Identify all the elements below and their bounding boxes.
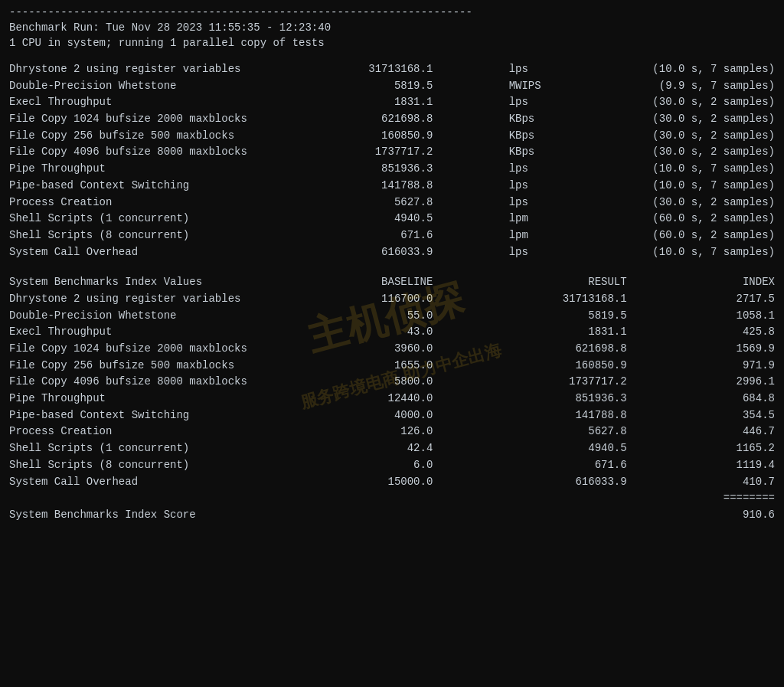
benchmark-row: Process Creation 5627.8 lps (30.0 s, 2 s…: [9, 195, 775, 211]
idx-row-name: Process Creation: [9, 424, 270, 440]
bench-unit: lps: [505, 94, 550, 111]
equals-spacer: [9, 490, 270, 507]
idx-row-baseline: 4000.0: [356, 407, 433, 424]
idx-row-index: 425.8: [714, 324, 775, 341]
bench-unit: lps: [505, 178, 550, 195]
bench-extra: (30.0 s, 2 samples): [622, 195, 775, 211]
index-row: Process Creation 126.0 5627.8 446.7: [9, 424, 775, 440]
benchmark-row: Dhrystone 2 using register variables 317…: [9, 61, 775, 78]
idx-row-index: 1569.9: [714, 341, 775, 358]
idx-row-baseline: 55.0: [356, 308, 433, 325]
score-label: System Benchmarks Index Score: [9, 507, 270, 524]
score-spacer2: [520, 507, 627, 524]
index-row: Dhrystone 2 using register variables 116…: [9, 291, 775, 308]
idx-row-index: 446.7: [714, 424, 775, 440]
bench-name: System Call Overhead: [9, 244, 270, 261]
idx-row-name: Dhrystone 2 using register variables: [9, 291, 270, 308]
bench-name: Shell Scripts (1 concurrent): [9, 211, 270, 227]
bench-extra: (10.0 s, 7 samples): [622, 61, 775, 78]
bench-extra: (60.0 s, 2 samples): [622, 211, 775, 227]
bench-value: 141788.8: [341, 178, 433, 195]
score-row: System Benchmarks Index Score 910.6: [9, 507, 775, 524]
index-row: Shell Scripts (1 concurrent) 42.4 4940.5…: [9, 440, 775, 457]
bench-extra: (10.0 s, 7 samples): [622, 161, 775, 178]
bench-value: 5627.8: [341, 195, 433, 211]
benchmark-row: Pipe-based Context Switching 141788.8 lp…: [9, 178, 775, 195]
bench-unit: KBps: [505, 144, 550, 161]
equals-spacer3: [520, 490, 627, 507]
bench-unit: MWIPS: [505, 78, 550, 95]
bench-name: File Copy 4096 bufsize 8000 maxblocks: [9, 144, 270, 161]
idx-row-baseline: 15000.0: [356, 474, 433, 491]
separator-top: ----------------------------------------…: [9, 6, 775, 18]
idx-row-baseline: 126.0: [356, 424, 433, 440]
idx-row-result: 5819.5: [520, 308, 627, 325]
idx-header-baseline: BASELINE: [356, 274, 433, 291]
index-row: Pipe Throughput 12440.0 851936.3 684.8: [9, 391, 775, 407]
index-row: File Copy 1024 bufsize 2000 maxblocks 39…: [9, 341, 775, 358]
idx-row-result: 1737717.2: [520, 374, 627, 391]
idx-row-result: 160850.9: [520, 358, 627, 375]
idx-row-baseline: 12440.0: [356, 391, 433, 407]
idx-row-result: 671.6: [520, 457, 627, 474]
benchmark-row: File Copy 256 bufsize 500 maxblocks 1608…: [9, 128, 775, 145]
bench-value: 621698.8: [341, 111, 433, 128]
index-section: System Benchmarks Index Values BASELINE …: [9, 274, 775, 523]
bench-unit: lps: [505, 161, 550, 178]
score-value: 910.6: [714, 507, 775, 524]
idx-row-index: 2996.1: [714, 374, 775, 391]
bench-name: Double-Precision Whetstone: [9, 78, 270, 95]
bench-value: 616033.9: [341, 244, 433, 261]
idx-row-result: 4940.5: [520, 440, 627, 457]
benchmark-row: File Copy 4096 bufsize 8000 maxblocks 17…: [9, 144, 775, 161]
bench-extra: (60.0 s, 2 samples): [622, 227, 775, 244]
bench-unit: lps: [505, 244, 550, 261]
bench-unit: lpm: [505, 227, 550, 244]
idx-row-name: System Call Overhead: [9, 474, 270, 491]
idx-row-baseline: 42.4: [356, 440, 433, 457]
idx-row-baseline: 5800.0: [356, 374, 433, 391]
idx-row-baseline: 43.0: [356, 324, 433, 341]
bench-extra: (9.9 s, 7 samples): [622, 78, 775, 95]
bench-value: 671.6: [341, 227, 433, 244]
bench-value: 851936.3: [341, 161, 433, 178]
equals-spacer2: [356, 490, 433, 507]
index-row: File Copy 256 bufsize 500 maxblocks 1655…: [9, 358, 775, 375]
idx-row-baseline: 6.0: [356, 457, 433, 474]
benchmark-row: Double-Precision Whetstone 5819.5 MWIPS …: [9, 78, 775, 95]
index-row: Shell Scripts (8 concurrent) 6.0 671.6 1…: [9, 457, 775, 474]
bench-name: Process Creation: [9, 195, 270, 211]
idx-row-name: File Copy 1024 bufsize 2000 maxblocks: [9, 341, 270, 358]
idx-row-name: Pipe-based Context Switching: [9, 407, 270, 424]
idx-row-result: 621698.8: [520, 341, 627, 358]
index-row: System Call Overhead 15000.0 616033.9 41…: [9, 474, 775, 491]
bench-name: File Copy 1024 bufsize 2000 maxblocks: [9, 111, 270, 128]
bench-name: Shell Scripts (8 concurrent): [9, 227, 270, 244]
bench-value: 160850.9: [341, 128, 433, 145]
index-row: Execl Throughput 43.0 1831.1 425.8: [9, 324, 775, 341]
idx-row-name: Execl Throughput: [9, 324, 270, 341]
bench-extra: (10.0 s, 7 samples): [622, 178, 775, 195]
idx-row-index: 1058.1: [714, 308, 775, 325]
idx-row-result: 141788.8: [520, 407, 627, 424]
idx-row-index: 1165.2: [714, 440, 775, 457]
idx-row-index: 410.7: [714, 474, 775, 491]
header-line2: 1 CPU in system; running 1 parallel copy…: [9, 37, 775, 49]
bench-extra: (10.0 s, 7 samples): [622, 244, 775, 261]
benchmark-list: Dhrystone 2 using register variables 317…: [9, 61, 775, 260]
equals-value: ========: [714, 490, 775, 507]
idx-row-result: 1831.1: [520, 324, 627, 341]
idx-row-index: 971.9: [714, 358, 775, 375]
bench-value: 5819.5: [341, 78, 433, 95]
idx-row-index: 2717.5: [714, 291, 775, 308]
bench-value: 31713168.1: [341, 61, 433, 78]
idx-row-baseline: 3960.0: [356, 341, 433, 358]
idx-row-result: 31713168.1: [520, 291, 627, 308]
idx-header-result: RESULT: [520, 274, 627, 291]
benchmark-row: Execl Throughput 1831.1 lps (30.0 s, 2 s…: [9, 94, 775, 111]
idx-row-name: Shell Scripts (1 concurrent): [9, 440, 270, 457]
idx-row-name: File Copy 4096 bufsize 8000 maxblocks: [9, 374, 270, 391]
header-line1: Benchmark Run: Tue Nov 28 2023 11:55:35 …: [9, 21, 775, 34]
index-header-row: System Benchmarks Index Values BASELINE …: [9, 274, 775, 291]
idx-row-name: Pipe Throughput: [9, 391, 270, 407]
